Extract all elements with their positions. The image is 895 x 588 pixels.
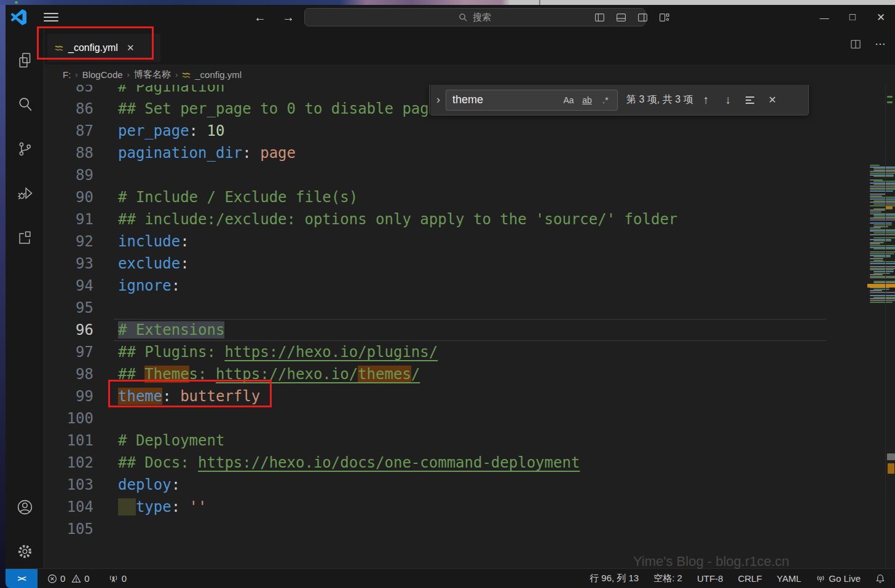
editor-pane[interactable]: 85# Pagination86## Set per_page to 0 to … [44, 85, 895, 568]
back-arrow-icon[interactable]: ← [251, 10, 269, 25]
maximize-icon[interactable]: □ [838, 5, 867, 29]
layout-panel-icon[interactable] [615, 12, 627, 23]
settings-gear-icon[interactable] [6, 536, 44, 566]
code-line-92[interactable]: 92include: [44, 230, 829, 253]
match-case-icon[interactable]: Aa [561, 92, 577, 108]
line-number[interactable]: 87 [44, 120, 93, 142]
explorer-icon[interactable] [6, 45, 44, 75]
find-previous-icon[interactable]: ↑ [696, 91, 715, 109]
code-text: per_page: 10 [118, 120, 224, 142]
scrollbar-slider[interactable] [887, 453, 895, 460]
find-in-selection-icon[interactable] [741, 91, 759, 109]
minimize-icon[interactable]: — [810, 5, 838, 29]
tab-close-icon[interactable]: ✕ [127, 42, 135, 53]
line-number[interactable]: 89 [44, 164, 93, 186]
code-text: ## Plugins: https://hexo.io/plugins/ [118, 341, 438, 363]
line-number[interactable]: 100 [44, 407, 93, 429]
go-live-button[interactable]: Go Live [811, 573, 865, 584]
notifications-bell-icon[interactable] [870, 574, 890, 584]
code-line-96[interactable]: 96# Extensions [44, 319, 829, 341]
find-query-text[interactable]: theme [452, 93, 558, 106]
error-count: 0 [60, 573, 65, 584]
line-number[interactable]: 98 [44, 363, 93, 385]
line-number[interactable]: 101 [44, 429, 93, 452]
line-number[interactable]: 103 [44, 474, 93, 496]
menu-hamburger-icon[interactable] [44, 11, 58, 23]
minimap-row [870, 258, 883, 259]
layout-sidebar-right-icon[interactable] [637, 12, 649, 23]
encoding-indicator[interactable]: UTF-8 [692, 573, 728, 584]
ports-indicator[interactable]: 0 [103, 573, 132, 584]
line-number[interactable]: 93 [44, 253, 93, 275]
eol-indicator[interactable]: CRLF [733, 573, 767, 584]
code-line-100[interactable]: 100 [44, 407, 829, 429]
line-number[interactable]: 102 [44, 452, 93, 474]
find-widget: › theme Aa ab .* 第 3 项, 共 3 项 ↑ ↓ ✕ [429, 85, 809, 116]
code-line-95[interactable]: 95 [44, 297, 829, 319]
line-number[interactable]: 88 [44, 142, 93, 164]
layout-sidebar-left-icon[interactable] [594, 12, 605, 23]
problems-indicator[interactable]: 0 0 [42, 573, 95, 584]
line-number[interactable]: 104 [44, 496, 93, 518]
cursor-position[interactable]: 行 96, 列 13 [585, 573, 644, 584]
find-close-icon[interactable]: ✕ [763, 91, 781, 109]
line-number[interactable]: 99 [44, 385, 93, 407]
line-number[interactable]: 105 [44, 518, 93, 540]
status-bar: >< 0 0 0 行 96, 列 13 空格: 2 UTF-8 CRLF YAM… [6, 568, 895, 588]
line-number[interactable]: 92 [44, 230, 93, 253]
warning-count: 0 [84, 573, 89, 584]
search-icon[interactable] [6, 90, 44, 119]
line-number[interactable]: 91 [44, 208, 93, 230]
vscode-logo [10, 9, 26, 25]
line-number[interactable]: 86 [44, 98, 93, 120]
breadcrumb-item-file[interactable]: _config.yml [195, 69, 242, 80]
code-line-105[interactable]: 105 [44, 518, 829, 540]
more-actions-icon[interactable] [874, 38, 886, 50]
code-text: ignore: [118, 275, 180, 297]
breadcrumb-item-blogcode[interactable]: BlogCode [82, 69, 123, 80]
split-editor-icon[interactable] [850, 38, 862, 50]
code-line-87[interactable]: 87per_page: 10 [44, 120, 829, 142]
code-line-89[interactable]: 89 [44, 164, 829, 186]
code-line-102[interactable]: 102## Docs: https://hexo.io/docs/one-com… [44, 452, 829, 474]
customize-layout-icon[interactable] [658, 12, 670, 23]
find-input[interactable]: theme Aa ab .* [446, 90, 618, 111]
tab-label: _config.yml [68, 42, 118, 53]
code-line-98[interactable]: 98## Themes: https://hexo.io/themes/ [44, 363, 829, 385]
code-line-103[interactable]: 103deploy: [44, 474, 829, 496]
whole-word-icon[interactable]: ab [579, 92, 595, 108]
run-debug-icon[interactable] [6, 179, 44, 208]
code-line-97[interactable]: 97## Plugins: https://hexo.io/plugins/ [44, 341, 829, 363]
breadcrumb-item-drive[interactable]: F: [63, 69, 71, 80]
toggle-replace-chevron-icon[interactable]: › [430, 85, 446, 115]
find-next-icon[interactable]: ↓ [719, 91, 737, 109]
close-icon[interactable]: ✕ [867, 5, 895, 29]
line-number[interactable]: 95 [44, 297, 93, 319]
remote-indicator[interactable]: >< [6, 569, 37, 588]
code-line-88[interactable]: 88pagination_dir: page [44, 142, 829, 164]
breadcrumb-item-blogname[interactable]: 博客名称 [134, 69, 171, 80]
line-number[interactable]: 96 [44, 319, 93, 341]
overview-ruler[interactable] [886, 85, 895, 568]
code-line-104[interactable]: 104 type: '' [44, 496, 829, 518]
tab-config-yml[interactable]: _config.yml ✕ [47, 34, 160, 62]
code-text: # Extensions [118, 319, 224, 341]
line-number[interactable]: 85 [44, 85, 93, 98]
accounts-icon[interactable] [6, 492, 44, 522]
extensions-icon[interactable] [6, 223, 44, 253]
line-number[interactable]: 94 [44, 275, 93, 297]
code-line-101[interactable]: 101# Deployment [44, 429, 829, 452]
forward-arrow-icon[interactable]: → [280, 10, 297, 25]
regex-icon[interactable]: .* [597, 92, 613, 108]
activity-bar [6, 29, 44, 568]
source-control-icon[interactable] [6, 134, 44, 163]
line-number[interactable]: 97 [44, 341, 93, 363]
code-line-93[interactable]: 93exclude: [44, 253, 829, 275]
code-line-91[interactable]: 91## include:/exclude: options only appl… [44, 208, 829, 230]
indentation-indicator[interactable]: 空格: 2 [649, 573, 687, 584]
code-line-99[interactable]: 99theme: butterfly [44, 385, 829, 407]
language-indicator[interactable]: YAML [772, 573, 806, 584]
line-number[interactable]: 90 [44, 186, 93, 208]
code-line-90[interactable]: 90# Include / Exclude file(s) [44, 186, 829, 208]
code-line-94[interactable]: 94ignore: [44, 275, 829, 297]
